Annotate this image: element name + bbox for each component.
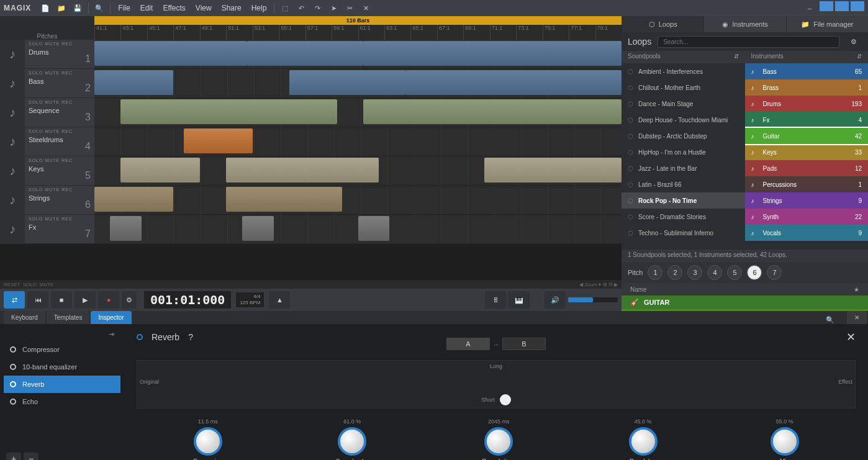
knob-pre-delay[interactable]: [629, 427, 658, 456]
pitch-button-4[interactable]: 4: [707, 265, 722, 280]
close-effect-button[interactable]: ✕: [846, 330, 856, 344]
track-lane-2[interactable]: [94, 69, 622, 98]
track-header-5[interactable]: SOLO MUTE REC Keys 5: [25, 156, 94, 186]
tab-loops[interactable]: ⬡ Loops: [622, 16, 703, 32]
rec-2[interactable]: REC: [61, 71, 73, 75]
rec-3[interactable]: REC: [61, 100, 73, 104]
soundpool-item[interactable]: ⬡Dubstep - Arctic Dubstep: [622, 128, 745, 144]
fx-item-reverb[interactable]: Reverb: [4, 376, 120, 393]
audio-clip[interactable]: [226, 158, 379, 183]
rec-7[interactable]: REC: [61, 217, 73, 221]
soundpool-item[interactable]: ⬡HipHop - I'm on a Hustle: [622, 144, 745, 160]
new-icon[interactable]: 📄: [38, 1, 52, 15]
track-icon-2[interactable]: ♪: [0, 69, 25, 98]
ab-tab-a[interactable]: A: [446, 338, 490, 350]
track-lane-7[interactable]: [94, 215, 622, 244]
master-volume-slider[interactable]: [568, 297, 618, 302]
mute-3[interactable]: MUTE: [45, 100, 60, 104]
soundpool-item[interactable]: ⬡Score - Dramatic Stories: [622, 209, 745, 225]
reverb-xy-pad[interactable]: Long OriginalEffect Short: [137, 360, 856, 408]
window-btn-2[interactable]: [835, 1, 849, 11]
audio-clip[interactable]: [363, 41, 622, 66]
settings-button[interactable]: ⚙: [122, 291, 137, 309]
rewind-button[interactable]: ⏮: [27, 291, 48, 309]
loop-region[interactable]: 110 Bars: [94, 16, 622, 25]
record-button[interactable]: ●: [98, 291, 119, 309]
track-icon-6[interactable]: ♪: [0, 186, 25, 215]
minimize-icon[interactable]: –: [803, 1, 816, 15]
track-header-4[interactable]: SOLO MUTE REC Steeldrums 4: [25, 127, 94, 156]
fx-power-icon[interactable]: [10, 346, 16, 353]
audio-clip[interactable]: [184, 129, 252, 153]
track-lane-6[interactable]: [94, 186, 622, 215]
soundpool-item[interactable]: ⬡Latin - Brazil 66: [622, 176, 745, 192]
add-fx-button[interactable]: +: [6, 453, 21, 460]
instrument-item[interactable]: ♪Drums193: [745, 96, 869, 112]
audio-clip[interactable]: [289, 70, 405, 95]
instrument-item[interactable]: ♪Guitar42: [745, 128, 869, 144]
bottom-search-icon[interactable]: 🔍: [826, 316, 834, 324]
audio-clip[interactable]: [484, 158, 622, 183]
mute-4[interactable]: MUTE: [45, 129, 60, 133]
audio-clip[interactable]: [94, 187, 173, 212]
reverb-power-button[interactable]: [137, 334, 143, 340]
instrument-item[interactable]: ♪Brass1: [745, 79, 869, 96]
stop-button[interactable]: ■: [51, 291, 72, 309]
track-lane-5[interactable]: [94, 156, 622, 186]
tab-keyboard[interactable]: Keyboard: [4, 311, 45, 324]
audio-clip[interactable]: [110, 216, 142, 241]
fx-item-compressor[interactable]: Compressor: [4, 341, 120, 358]
close-icon[interactable]: ✕: [359, 1, 373, 15]
track-lane-3[interactable]: [94, 98, 622, 127]
audio-clip[interactable]: [242, 216, 274, 241]
solo-4[interactable]: SOLO: [29, 129, 43, 133]
audio-clip[interactable]: [363, 99, 622, 124]
soundpool-item[interactable]: ⬡Chillout - Mother Earth: [622, 79, 745, 96]
pitch-button-1[interactable]: 1: [648, 265, 662, 280]
fx-power-icon[interactable]: [10, 399, 16, 405]
open-icon[interactable]: 📁: [55, 1, 68, 15]
track-header-3[interactable]: SOLO MUTE REC Sequence 3: [25, 98, 94, 127]
knob-sound-color[interactable]: [338, 427, 366, 456]
audio-clip[interactable]: [405, 70, 622, 95]
menu-effects[interactable]: Effects: [158, 4, 190, 12]
pitch-button-5[interactable]: 5: [727, 265, 742, 280]
search-input[interactable]: [658, 36, 839, 48]
soundpool-item[interactable]: ⬡Jazz - Late in the Bar: [622, 160, 745, 176]
audio-clip[interactable]: [94, 41, 247, 66]
remove-fx-button[interactable]: −: [24, 453, 38, 460]
track-icon-1[interactable]: ♪: [0, 40, 25, 69]
instrument-item[interactable]: ♪Pads12: [745, 160, 869, 176]
window-btn-3[interactable]: [851, 1, 864, 11]
track-icon-5[interactable]: ♪: [0, 156, 25, 186]
mute-1[interactable]: MUTE: [45, 42, 60, 46]
knob-reverb-time[interactable]: [484, 427, 513, 456]
keyboard-button[interactable]: 🎹: [509, 291, 530, 309]
loop-toggle-button[interactable]: ⇄: [4, 291, 25, 309]
fx-item-echo[interactable]: Echo: [4, 393, 120, 410]
instrument-item[interactable]: ♪Bass65: [745, 63, 869, 79]
speaker-button[interactable]: 🔊: [545, 291, 566, 309]
menu-edit[interactable]: Edit: [135, 4, 158, 12]
track-header-1[interactable]: SOLO MUTE REC Drums 1: [25, 40, 94, 69]
help-icon[interactable]: ?: [188, 332, 193, 342]
audio-clip[interactable]: [120, 158, 199, 183]
redo-icon[interactable]: ↷: [310, 1, 324, 15]
cut-icon[interactable]: ✂: [343, 1, 356, 15]
save-icon[interactable]: 💾: [71, 1, 84, 15]
tool-icon-1[interactable]: ⬚: [278, 1, 292, 15]
rec-4[interactable]: REC: [61, 129, 73, 133]
mute-2[interactable]: MUTE: [45, 71, 60, 75]
fx-power-icon[interactable]: [10, 381, 16, 387]
tab-inspector[interactable]: Inspector: [91, 311, 131, 324]
menu-view[interactable]: View: [191, 4, 217, 12]
play-button[interactable]: ▶: [75, 291, 96, 309]
instrument-item[interactable]: ♪Strings9: [745, 192, 869, 209]
knob-room-size[interactable]: [194, 427, 222, 456]
timeline-ruler[interactable]: 110 Bars 41:143:145:147:149:151:153:155:…: [94, 16, 622, 40]
rec-6[interactable]: REC: [61, 187, 73, 192]
mute-7[interactable]: MUTE: [45, 217, 60, 221]
pitch-button-6[interactable]: 6: [747, 265, 762, 280]
audio-clip[interactable]: [358, 216, 390, 241]
track-lane-4[interactable]: [94, 127, 622, 156]
